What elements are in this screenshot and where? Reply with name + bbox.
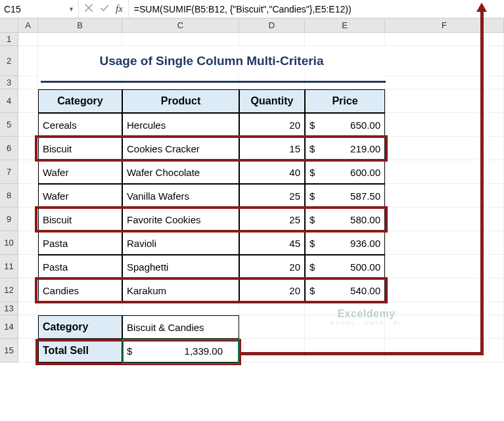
summary-category-label[interactable]: Category <box>38 315 122 339</box>
cell[interactable] <box>385 76 504 89</box>
page-title[interactable]: Usage of Single Column Multi-Criteria <box>38 46 385 76</box>
cell[interactable] <box>239 76 305 89</box>
cell-product[interactable]: Karakum <box>122 278 239 302</box>
table-header-product[interactable]: Product <box>122 89 239 113</box>
cell-price[interactable]: $580.00 <box>305 208 385 231</box>
cell[interactable] <box>305 315 385 339</box>
cell-product[interactable]: Spaghetti <box>122 255 239 278</box>
cell-category[interactable]: Wafer <box>38 184 122 208</box>
cell[interactable] <box>18 208 38 231</box>
row-header[interactable]: 14 <box>0 315 18 339</box>
cell-quantity[interactable]: 45 <box>239 231 305 255</box>
cell[interactable] <box>38 33 122 46</box>
cell-quantity[interactable]: 25 <box>239 184 305 208</box>
cell[interactable] <box>18 302 38 315</box>
cell[interactable] <box>239 339 305 363</box>
col-header[interactable]: E <box>305 18 385 32</box>
cell-quantity[interactable]: 40 <box>239 160 305 184</box>
row-header[interactable]: 11 <box>0 255 18 278</box>
cell[interactable] <box>18 46 38 76</box>
row-header[interactable]: 9 <box>0 208 18 231</box>
summary-total-value[interactable]: $ 1,339.00 <box>122 339 239 363</box>
row-header[interactable]: 7 <box>0 160 18 184</box>
row-header[interactable]: 2 <box>0 46 18 76</box>
select-all-corner[interactable] <box>0 18 18 32</box>
cell[interactable] <box>385 231 504 255</box>
table-header-category[interactable]: Category <box>38 89 122 113</box>
cell-quantity[interactable]: 25 <box>239 208 305 231</box>
row-header[interactable]: 8 <box>0 184 18 208</box>
cell-category[interactable]: Biscuit <box>38 208 122 231</box>
row-header[interactable]: 1 <box>0 33 18 46</box>
table-header-price[interactable]: Price <box>305 89 385 113</box>
chevron-down-icon[interactable]: ▼ <box>68 6 74 12</box>
cell[interactable] <box>18 76 38 89</box>
cell[interactable] <box>385 113 504 137</box>
row-header[interactable]: 5 <box>0 113 18 137</box>
cell-price[interactable]: $650.00 <box>305 113 385 137</box>
cell-price[interactable]: $219.00 <box>305 137 385 160</box>
cell[interactable] <box>122 302 239 315</box>
cell[interactable] <box>18 315 38 339</box>
cell[interactable] <box>18 255 38 278</box>
col-header[interactable]: D <box>239 18 305 32</box>
cell-category[interactable]: Pasta <box>38 255 122 278</box>
cell[interactable] <box>18 33 38 46</box>
cell[interactable] <box>305 33 385 46</box>
row-header[interactable]: 10 <box>0 231 18 255</box>
cell-price[interactable]: $587.50 <box>305 184 385 208</box>
row-header[interactable]: 13 <box>0 302 18 315</box>
cell[interactable] <box>18 89 38 113</box>
cell-quantity[interactable]: 20 <box>239 113 305 137</box>
cell[interactable] <box>385 208 504 231</box>
summary-category-value[interactable]: Biscuit & Candies <box>122 315 239 339</box>
row-header[interactable]: 15 <box>0 339 18 363</box>
cell[interactable] <box>18 160 38 184</box>
cell-product[interactable]: Favorite Cookies <box>122 208 239 231</box>
cell-price[interactable]: $540.00 <box>305 278 385 302</box>
cell[interactable] <box>122 33 239 46</box>
cell-category[interactable]: Biscuit <box>38 137 122 160</box>
cell[interactable] <box>385 33 504 46</box>
cell-product[interactable]: Hercules <box>122 113 239 137</box>
cell[interactable] <box>18 137 38 160</box>
cell[interactable] <box>38 302 122 315</box>
cell-category[interactable]: Wafer <box>38 160 122 184</box>
col-header[interactable]: B <box>38 18 122 32</box>
cell[interactable] <box>239 302 305 315</box>
cell-quantity[interactable]: 20 <box>239 255 305 278</box>
cell-product[interactable]: Ravioli <box>122 231 239 255</box>
cell-product[interactable]: Cookies Cracker <box>122 137 239 160</box>
cell[interactable] <box>305 339 385 363</box>
cell[interactable] <box>239 315 305 339</box>
cell[interactable] <box>385 46 504 76</box>
cell[interactable] <box>385 160 504 184</box>
cell[interactable] <box>18 113 38 137</box>
cell[interactable] <box>305 76 385 89</box>
cell[interactable] <box>18 184 38 208</box>
cell[interactable] <box>239 33 305 46</box>
cell[interactable] <box>385 278 504 302</box>
cell-quantity[interactable]: 15 <box>239 137 305 160</box>
cell[interactable] <box>305 302 385 315</box>
row-header[interactable]: 4 <box>0 89 18 113</box>
fx-icon[interactable]: fx <box>116 3 123 14</box>
cell[interactable] <box>385 137 504 160</box>
cell-category[interactable]: Candies <box>38 278 122 302</box>
cell[interactable] <box>385 339 504 363</box>
col-header[interactable]: F <box>385 18 504 32</box>
cell[interactable] <box>385 302 504 315</box>
cell[interactable] <box>385 255 504 278</box>
cell-category[interactable]: Pasta <box>38 231 122 255</box>
cell[interactable] <box>38 76 122 89</box>
cell-product[interactable]: Wafer Chocolate <box>122 160 239 184</box>
row-header[interactable]: 6 <box>0 137 18 160</box>
row-header[interactable]: 12 <box>0 278 18 302</box>
enter-icon[interactable] <box>100 3 109 14</box>
col-header[interactable]: A <box>18 18 38 32</box>
cancel-icon[interactable] <box>84 3 93 14</box>
cell[interactable] <box>18 231 38 255</box>
summary-total-label[interactable]: Total Sell <box>38 339 122 363</box>
cell[interactable] <box>18 278 38 302</box>
cell[interactable] <box>18 339 38 363</box>
